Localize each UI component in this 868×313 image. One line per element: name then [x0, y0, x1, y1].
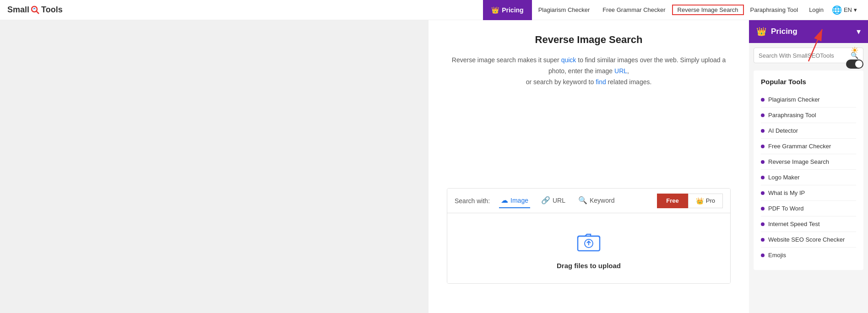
tool-dot [761, 145, 765, 148]
tool-item[interactable]: Free Grammar Checker [761, 139, 856, 154]
page-description: Reverse image search makes it super quic… [447, 55, 731, 87]
header: Small Tools 👑 Pricing Plagiarism Checker… [0, 0, 868, 20]
tab-url[interactable]: 🔗 URL [539, 193, 567, 208]
tool-item[interactable]: Plagiarism Checker [761, 92, 856, 108]
tool-dot [761, 207, 765, 210]
left-panel [0, 20, 429, 313]
pro-button[interactable]: 👑 Pro [688, 194, 723, 208]
main-layout: Reverse Image Search Reverse image searc… [0, 20, 868, 313]
description-line2: or search by keyword to find related ima… [526, 78, 652, 86]
tool-label: Logo Maker [768, 174, 800, 181]
tool-item[interactable]: Internet Speed Test [761, 216, 856, 232]
sun-icon: ☀ [851, 45, 859, 56]
crown-icon: 👑 [491, 6, 499, 14]
tool-dot [761, 98, 765, 102]
tool-label: PDF To Word [768, 205, 804, 212]
sidebar-search-input[interactable] [759, 52, 851, 59]
tool-item[interactable]: AI Detector [761, 123, 856, 139]
upload-icon-wrapper [575, 227, 602, 254]
tab-image[interactable]: ☁ Image [499, 193, 530, 208]
svg-line-1 [37, 11, 39, 14]
tool-dot [761, 129, 765, 133]
toggle-knob [855, 60, 863, 68]
chevron-down-icon: ▾ [854, 6, 857, 13]
tool-label: Reverse Image Search [768, 158, 829, 165]
sidebar-crown-icon: 👑 [756, 27, 766, 37]
tool-item[interactable]: What is My IP [761, 185, 856, 201]
popular-tools-title: Popular Tools [761, 78, 856, 86]
logo[interactable]: Small Tools [7, 5, 63, 15]
logo-icon [30, 5, 40, 15]
globe-icon: 🌐 [832, 5, 842, 15]
tool-dot [761, 113, 765, 117]
tool-item[interactable]: Website SEO Score Checker [761, 232, 856, 248]
sidebar-chevron-icon: ▾ [857, 27, 861, 37]
pro-crown-icon: 👑 [696, 197, 704, 205]
description-line1: Reverse image search makes it super quic… [452, 56, 726, 75]
nav-plagiarism-checker[interactable]: Plagiarism Checker [532, 6, 597, 13]
quick-link[interactable]: quick [561, 56, 576, 64]
tool-item[interactable]: Emojis [761, 248, 856, 263]
tool-item[interactable]: Paraphrasing Tool [761, 108, 856, 123]
free-button[interactable]: Free [657, 194, 688, 208]
url-link[interactable]: URL [614, 67, 627, 75]
tool-label: Free Grammar Checker [768, 143, 831, 150]
nav: 👑 Pricing Plagiarism Checker Free Gramma… [483, 0, 861, 20]
nav-reverse-image-search[interactable]: Reverse Image Search [672, 5, 744, 15]
popular-tools-box: Popular Tools Plagiarism CheckerParaphra… [754, 70, 863, 270]
search-section: Search with: ☁ Image 🔗 URL 🔍 Keyword Fre… [447, 188, 731, 284]
logo-tools: Tools [41, 5, 63, 15]
nav-lang[interactable]: 🌐 EN ▾ [828, 5, 861, 15]
center-content: Reverse Image Search Reverse image searc… [429, 20, 749, 313]
tool-label: Internet Speed Test [768, 221, 820, 227]
pricing-button[interactable]: 👑 Pricing [483, 0, 532, 20]
pro-label: Pro [706, 197, 715, 204]
tool-dot [761, 222, 765, 226]
sidebar-pricing-label: Pricing [771, 27, 857, 36]
nav-paraphrasing-tool[interactable]: Paraphrasing Tool [744, 6, 805, 13]
tool-item[interactable]: Reverse Image Search [761, 154, 856, 170]
page-title: Reverse Image Search [447, 34, 731, 46]
tool-dot [761, 238, 765, 242]
tool-item[interactable]: PDF To Word [761, 201, 856, 216]
drag-text: Drag files to upload [557, 262, 621, 270]
tab-keyword[interactable]: 🔍 Keyword [576, 193, 616, 208]
tool-label: AI Detector [768, 127, 798, 134]
search-icon: 🔍 [578, 196, 587, 205]
theme-toggle[interactable] [846, 59, 863, 69]
tool-dot [761, 254, 765, 257]
pricing-dropdown[interactable]: 👑 Pricing ▾ [749, 20, 868, 43]
tool-label: Paraphrasing Tool [768, 112, 816, 119]
upload-icon: ☁ [501, 196, 508, 205]
right-sidebar: 👑 Pricing ▾ 🔍 Popular Tools Plagiarism C… [749, 20, 868, 313]
logo-small: Small [7, 5, 29, 15]
upload-area[interactable]: Drag files to upload [447, 213, 730, 283]
free-pro-buttons: Free 👑 Pro [657, 194, 723, 208]
tool-dot [761, 160, 765, 164]
nav-login[interactable]: Login [804, 6, 828, 13]
tool-label: What is My IP [768, 189, 805, 196]
pricing-label: Pricing [502, 6, 523, 14]
tool-item[interactable]: Logo Maker [761, 170, 856, 185]
theme-toggle-area: ☀ [841, 40, 868, 73]
search-with-label: Search with: [455, 197, 490, 205]
tool-dot [761, 191, 765, 195]
tool-label: Plagiarism Checker [768, 96, 820, 103]
tab-keyword-label: Keyword [590, 197, 614, 204]
tool-label: Emojis [768, 252, 786, 259]
tab-image-label: Image [510, 197, 528, 204]
search-with-bar: Search with: ☁ Image 🔗 URL 🔍 Keyword Fre… [447, 189, 730, 213]
link-icon: 🔗 [541, 196, 550, 205]
tab-url-label: URL [553, 197, 565, 204]
tool-dot [761, 176, 765, 179]
nav-free-grammar-checker[interactable]: Free Grammar Checker [596, 6, 672, 13]
svg-point-0 [32, 6, 37, 12]
lang-label: EN [844, 6, 852, 13]
tools-list: Plagiarism CheckerParaphrasing ToolAI De… [761, 92, 856, 263]
tool-label: Website SEO Score Checker [768, 236, 845, 243]
find-link[interactable]: find [596, 78, 606, 86]
drag-upload-icon [576, 228, 602, 254]
